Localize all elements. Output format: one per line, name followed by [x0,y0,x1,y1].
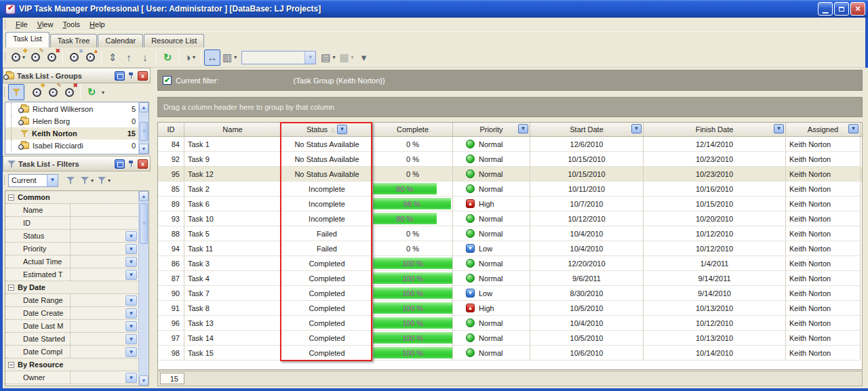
column-header-status[interactable]: Status△▼ [281,123,373,136]
task-priority-button[interactable]: ▲ [82,49,98,66]
collapse-icon[interactable]: – [8,362,14,368]
chevron-down-icon[interactable]: ▼ [125,231,137,241]
current-filter-checkbox[interactable]: ✔ [163,76,172,85]
filter-item-date-started[interactable]: Date Started▼ [5,333,138,346]
task-row-93[interactable]: 93Task 10Incomplete80 %Normal10/12/20101… [158,211,862,226]
task-row-86[interactable]: 86Task 3Completed100 %Normal12/20/20101/… [158,256,862,271]
column-header-start-date[interactable]: Start Date▼ [530,123,644,136]
task-row-87[interactable]: 87Task 4Completed100 %Normal9/6/20119/14… [158,271,862,286]
columns-button[interactable]: ▥▾ [220,49,239,66]
tab-resource-list[interactable]: Resource List [144,34,204,47]
groups-refresh-button[interactable]: ↻ [83,84,100,100]
filter-item-date-compl[interactable]: Date Compl▼ [5,346,138,358]
task-row-89[interactable]: 89Task 6Incomplete98 %▲High10/7/201010/1… [158,197,862,211]
collapse-icon[interactable]: – [8,194,14,201]
filter-item-owner[interactable]: Owner▼ [5,371,138,384]
panel-maximize-button[interactable] [115,71,125,81]
edit-task-button[interactable]: ✎ [27,49,43,66]
menu-view[interactable]: View [33,19,58,30]
chevron-down-icon[interactable]: ▼ [125,308,137,318]
column-header-priority[interactable]: Priority▼ [453,123,530,136]
chevron-down-icon[interactable]: ▼ [125,270,137,280]
column-header-id[interactable]: ID [158,123,184,136]
chevron-down-icon[interactable]: ▾ [102,89,104,96]
save-filter-button[interactable]: ▾ [79,172,96,188]
print-grid-button[interactable]: ▤▾ [319,49,337,66]
filter-group-by-resource[interactable]: –By Resource [5,358,138,371]
menu-file[interactable]: File [11,19,33,30]
group-item-keith-norton[interactable]: Keith Norton15 [5,127,138,140]
panel-pin-button[interactable] [126,71,136,81]
filter-chevron-icon[interactable]: ▼ [848,124,859,133]
move-updown-button[interactable]: ⇕ [104,49,121,66]
task-row-84[interactable]: 84Task 1No Status Available0 %Normal12/6… [158,137,862,152]
filters-scrollbar[interactable]: ▲ ▼ [138,191,149,386]
filter-item-date-last-m[interactable]: Date Last M▼ [5,320,138,333]
panel-close-button[interactable]: x [138,159,148,169]
scrollbar-thumb[interactable] [140,203,148,244]
filter-item-date-range[interactable]: Date Range▼ [5,294,138,307]
close-button[interactable]: × [850,2,865,16]
column-header-assigned[interactable]: Assigned▼ [786,123,861,136]
task-row-98[interactable]: 98Task 15Completed100 %Normal10/6/201010… [158,346,862,361]
group-delete-button[interactable]: ✖ [61,84,77,100]
apply-filter-button[interactable] [62,172,79,188]
group-by-bar[interactable]: Drag a column header here to group by th… [157,97,863,117]
new-task-button[interactable]: ✚▾ [9,49,27,66]
filter-item-actual-time[interactable]: Actual Time▼ [5,255,138,268]
column-header-finish-date[interactable]: Finish Date▼ [644,123,786,136]
chevron-down-icon[interactable]: ▼ [125,257,137,267]
filter-preset-select[interactable]: Current ▼ [8,174,58,187]
task-row-94[interactable]: 94Task 11Failed0 %▼Low10/4/201010/12/201… [158,241,862,256]
group-item-helen-borg[interactable]: Helen Borg0 [5,115,138,127]
move-up-button[interactable]: ↑ [121,49,137,66]
filter-chevron-icon[interactable]: ▼ [631,124,642,133]
scroll-down-icon[interactable]: ▼ [139,144,149,154]
scrollbar-thumb[interactable] [140,122,148,141]
refresh-button[interactable]: ↻ [159,49,176,66]
panel-splitter[interactable] [151,68,157,388]
group-item-isabel-ricciardi[interactable]: Isabel Ricciardi0 [5,140,138,152]
task-row-91[interactable]: 91Task 8Completed100 %▲High10/5/201010/1… [158,301,862,316]
chevron-down-icon[interactable]: ▼ [125,244,137,254]
filter-item-estimated-t[interactable]: Estimated T▼ [5,268,138,281]
group-new-button[interactable]: ✚ [28,84,45,100]
task-notes-button[interactable]: ≡ [66,49,82,66]
chevron-down-icon[interactable]: ▼ [125,321,137,331]
column-header-name[interactable]: Name [184,123,281,136]
task-row-88[interactable]: 88Task 5Failed0 %Normal10/4/201010/12/20… [158,226,862,241]
filter-item-status[interactable]: Status▼ [5,230,138,243]
scroll-up-icon[interactable]: ▲ [139,102,149,112]
toolbar-overflow-button[interactable]: ▾ [356,49,372,66]
panel-toggle-button[interactable]: ◑▾ [182,49,198,66]
minimize-button[interactable]: ▁ [818,2,833,16]
toolbar-combobox[interactable]: ▼ [241,51,316,64]
filter-item-date-create[interactable]: Date Create▼ [5,307,138,320]
tab-task-list[interactable]: Task List [5,32,50,47]
groups-filter-button[interactable] [8,84,24,100]
filter-chevron-icon[interactable]: ▼ [337,125,347,134]
filter-item-priority[interactable]: Priority▼ [5,243,138,255]
filter-group-by-date[interactable]: –By Date [5,281,138,294]
delete-task-button[interactable]: ✖ [43,49,60,66]
task-row-92[interactable]: 92Task 9No Status Available0 %Normal10/1… [158,152,862,167]
group-edit-button[interactable]: ✎ [45,84,61,100]
restore-button[interactable] [834,2,849,16]
chevron-down-icon[interactable]: ▼ [125,334,137,344]
export-grid-button[interactable]: ▦▾ [337,49,355,66]
filter-group-common[interactable]: –Common [5,191,138,204]
groups-scrollbar[interactable]: ▲ ▼ [138,102,149,154]
chevron-down-icon[interactable]: ▼ [304,52,315,64]
panel-pin-button[interactable] [126,159,136,169]
scroll-down-icon[interactable]: ▼ [139,375,149,386]
panel-maximize-button[interactable] [115,159,125,169]
chevron-down-icon[interactable]: ▼ [125,373,137,383]
task-row-96[interactable]: 96Task 13Completed100 %Normal10/4/201010… [158,316,862,331]
task-row-90[interactable]: 90Task 7Completed100 %▼Low8/30/20109/14/… [158,286,862,301]
group-item-richard-wilkerson[interactable]: Richard Wilkerson5 [5,103,138,115]
tab-calendar[interactable]: Calendar [98,34,143,47]
menu-tools[interactable]: Tools [58,19,85,30]
panel-close-button[interactable]: x [138,71,148,81]
collapse-icon[interactable]: – [8,285,14,291]
task-row-85[interactable]: 85Task 2Incomplete80 %Normal10/11/201010… [158,182,862,197]
